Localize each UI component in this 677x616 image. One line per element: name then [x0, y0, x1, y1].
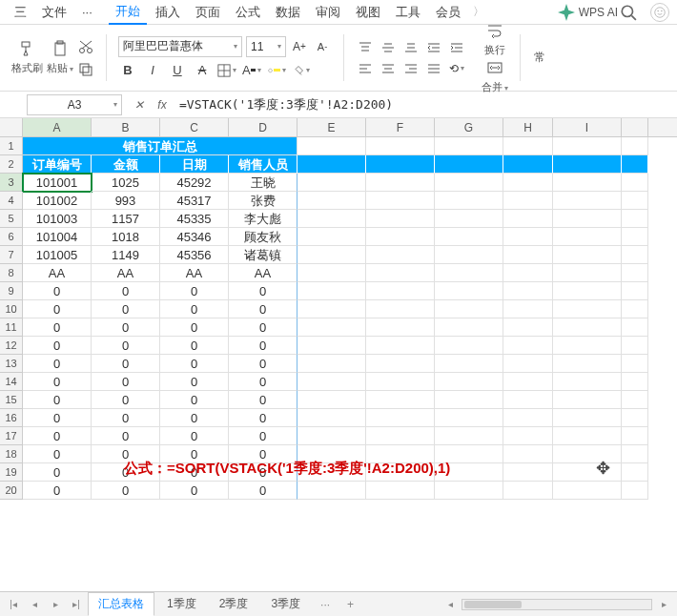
sheet-tab-more[interactable]: ···: [313, 595, 338, 614]
row-header-20[interactable]: 20: [0, 482, 23, 500]
underline-button[interactable]: U: [168, 61, 187, 80]
wrap-text-button[interactable]: 换行: [484, 22, 505, 57]
decrease-font-icon[interactable]: A-: [313, 37, 332, 56]
cell-C5[interactable]: 45335: [160, 210, 229, 228]
cell[interactable]: [435, 300, 503, 318]
border-button[interactable]: ▾: [217, 61, 236, 80]
cell-D20[interactable]: 0: [229, 482, 297, 500]
sheet-tab-summary[interactable]: 汇总表格: [88, 592, 154, 616]
cell-C12[interactable]: 0: [160, 337, 229, 355]
cell[interactable]: [553, 373, 622, 391]
row-header-12[interactable]: 12: [0, 337, 23, 355]
hscroll-left-icon[interactable]: ◂: [441, 595, 460, 614]
row-header-4[interactable]: 4: [0, 192, 23, 210]
cell-B11[interactable]: 0: [92, 318, 160, 337]
cell-D5[interactable]: 李大彪: [229, 210, 297, 228]
cell-D14[interactable]: 0: [229, 373, 297, 391]
cell[interactable]: [503, 391, 553, 409]
row-header-10[interactable]: 10: [0, 300, 23, 318]
tab-insert[interactable]: 插入: [149, 1, 187, 24]
cell[interactable]: [297, 482, 366, 500]
merge-cells-button[interactable]: 合并▾: [482, 59, 508, 94]
cell[interactable]: [622, 282, 648, 300]
cell[interactable]: [553, 210, 622, 228]
cell[interactable]: [435, 427, 503, 445]
cell[interactable]: [503, 409, 553, 427]
cell[interactable]: [297, 409, 366, 427]
row-header-13[interactable]: 13: [0, 355, 23, 373]
col-header-E[interactable]: E: [297, 118, 366, 136]
cell-D10[interactable]: 0: [229, 300, 297, 318]
font-size-select[interactable]: 11▾: [246, 36, 286, 57]
cell[interactable]: [435, 174, 503, 192]
cell-C6[interactable]: 45346: [160, 228, 229, 246]
cell[interactable]: [553, 282, 622, 300]
horizontal-scrollbar[interactable]: [462, 599, 652, 610]
cell[interactable]: [435, 482, 503, 500]
cell[interactable]: [435, 137, 503, 155]
cell[interactable]: [366, 210, 435, 228]
col-header-C[interactable]: C: [160, 118, 229, 136]
col-header-I[interactable]: I: [553, 118, 622, 136]
cell-A17[interactable]: 0: [23, 427, 92, 445]
more-menu[interactable]: ···: [75, 2, 99, 22]
col-header-A[interactable]: A: [23, 118, 92, 136]
orientation-icon[interactable]: ⟲▾: [447, 60, 466, 77]
cell-A14[interactable]: 0: [23, 373, 92, 391]
cell[interactable]: [622, 155, 648, 174]
cell-C9[interactable]: 0: [160, 282, 229, 300]
cell-D16[interactable]: 0: [229, 409, 297, 427]
cell[interactable]: [503, 482, 553, 500]
hamburger-menu[interactable]: 三: [8, 1, 33, 24]
cell[interactable]: [366, 409, 435, 427]
sheet-tab-q2[interactable]: 2季度: [209, 592, 259, 616]
chevron-right-icon[interactable]: 〉: [469, 4, 488, 20]
header-cell[interactable]: 销售人员: [229, 155, 297, 174]
cell[interactable]: [553, 391, 622, 409]
cancel-formula-icon[interactable]: ✕: [128, 94, 151, 115]
cell-C7[interactable]: 45356: [160, 246, 229, 264]
cell-A7[interactable]: 101005: [23, 246, 92, 264]
cell-B7[interactable]: 1149: [92, 246, 160, 264]
cell[interactable]: [297, 355, 366, 373]
cell[interactable]: [553, 155, 622, 174]
cell[interactable]: [297, 174, 366, 192]
row-header-5[interactable]: 5: [0, 210, 23, 228]
cell[interactable]: [553, 463, 622, 482]
font-name-select[interactable]: 阿里巴巴普惠体▾: [118, 36, 242, 57]
cell-D3[interactable]: 王晓: [229, 174, 297, 192]
cell-D13[interactable]: 0: [229, 355, 297, 373]
cell[interactable]: [553, 445, 622, 463]
italic-button[interactable]: I: [143, 61, 162, 80]
col-header-B[interactable]: B: [92, 118, 160, 136]
formula-input[interactable]: [174, 94, 677, 115]
row-header-7[interactable]: 7: [0, 246, 23, 264]
row-header-8[interactable]: 8: [0, 264, 23, 282]
paste-button[interactable]: 粘贴▾: [47, 40, 73, 75]
cell-A11[interactable]: 0: [23, 318, 92, 337]
row-header-1[interactable]: 1: [0, 137, 23, 155]
cell[interactable]: [366, 137, 435, 155]
row-header-2[interactable]: 2: [0, 155, 23, 174]
cell-A10[interactable]: 0: [23, 300, 92, 318]
cell[interactable]: [435, 318, 503, 337]
cell-D6[interactable]: 顾友秋: [229, 228, 297, 246]
cell[interactable]: [297, 427, 366, 445]
cell[interactable]: [622, 246, 648, 264]
cell-A5[interactable]: 101003: [23, 210, 92, 228]
cell-B3[interactable]: 1025: [92, 174, 160, 192]
decrease-indent-icon[interactable]: [424, 39, 443, 56]
sheet-tab-q1[interactable]: 1季度: [156, 592, 207, 616]
cell-A20[interactable]: 0: [23, 482, 92, 500]
cell[interactable]: [435, 445, 503, 463]
cell[interactable]: [366, 246, 435, 264]
header-cell[interactable]: 订单编号: [23, 155, 92, 174]
cell-D11[interactable]: 0: [229, 318, 297, 337]
cell[interactable]: [435, 409, 503, 427]
cell-B16[interactable]: 0: [92, 409, 160, 427]
sheet-tab-q3[interactable]: 3季度: [260, 592, 311, 616]
tab-page[interactable]: 页面: [189, 1, 227, 24]
cell-B14[interactable]: 0: [92, 373, 160, 391]
cell[interactable]: [435, 373, 503, 391]
cell[interactable]: [366, 282, 435, 300]
